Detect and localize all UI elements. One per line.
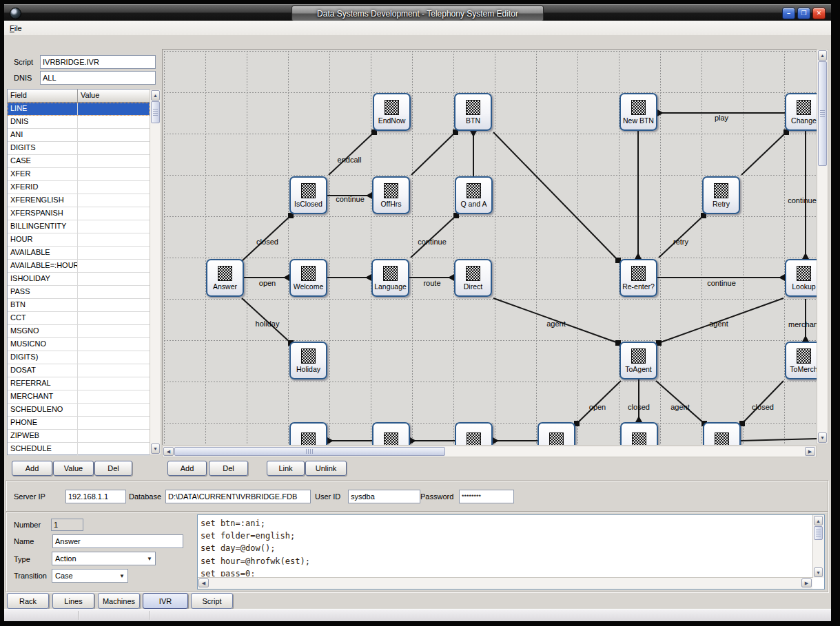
value-cell[interactable] — [78, 377, 150, 390]
flow-node[interactable]: Change — [785, 93, 817, 131]
value-cell[interactable] — [78, 404, 150, 416]
dnis-input[interactable]: ALL — [40, 71, 156, 85]
minimize-button[interactable]: – — [782, 8, 795, 19]
value-cell[interactable] — [78, 430, 150, 442]
value-cell[interactable] — [78, 351, 150, 364]
field-cell[interactable]: MSGNO — [8, 325, 78, 337]
table-row[interactable]: AVAILABLE — [8, 247, 150, 260]
field-table-scrollbar[interactable]: ▲ ▼ — [150, 89, 161, 455]
field-add-button[interactable]: Add — [12, 461, 52, 476]
table-row[interactable]: BILLINGENTITY — [8, 220, 150, 233]
table-row[interactable]: MUSICNO — [8, 338, 150, 351]
value-cell[interactable] — [78, 142, 150, 154]
value-cell[interactable] — [78, 364, 150, 377]
field-value-button[interactable]: Value — [53, 461, 94, 476]
script-code-box[interactable]: set btn=:ani; set folder=english; set da… — [197, 514, 825, 590]
canvas-horizontal-scrollbar[interactable]: ◀ ▶ — [162, 446, 817, 457]
field-cell[interactable]: XFERENGLISH — [8, 194, 78, 207]
table-row[interactable]: XFERID — [8, 181, 150, 194]
password-input[interactable]: ******** — [459, 490, 514, 503]
table-row[interactable]: REFERRAL — [8, 377, 150, 390]
flow-node[interactable]: Holiday — [289, 342, 327, 379]
type-select[interactable]: Action ▼ — [52, 552, 156, 565]
table-row[interactable]: ISHOLIDAY — [8, 273, 150, 286]
flow-node[interactable]: BTN — [454, 93, 492, 131]
scrollbar-thumb[interactable] — [174, 447, 445, 456]
field-cell[interactable]: PHONE — [8, 417, 78, 429]
value-cell[interactable] — [78, 220, 150, 233]
value-cell[interactable] — [78, 417, 150, 429]
table-row[interactable]: DOSAT — [8, 364, 150, 377]
scroll-left-icon[interactable]: ◀ — [163, 447, 174, 456]
title-bar[interactable]: Data Systems Development - Telephony Sys… — [4, 4, 831, 21]
scrollbar-thumb[interactable] — [818, 61, 827, 166]
value-cell[interactable] — [78, 443, 150, 455]
tab-script[interactable]: Script — [191, 593, 233, 609]
flow-node[interactable]: Welcome — [289, 259, 327, 297]
field-cell[interactable]: XFERSPANISH — [8, 207, 78, 220]
table-row[interactable]: XFERSPANISH — [8, 207, 150, 220]
field-cell[interactable]: SCHEDULENO — [8, 404, 78, 416]
table-row[interactable]: MERCHANT — [8, 390, 150, 404]
field-cell[interactable]: ZIPWEB — [8, 430, 78, 442]
flow-node[interactable]: ToAgent — [619, 342, 657, 379]
table-row[interactable]: ZIPWEB — [8, 430, 150, 443]
tab-ivr[interactable]: IVR — [143, 593, 188, 609]
table-row[interactable]: BTN — [8, 299, 150, 312]
scroll-right-icon[interactable]: ▶ — [801, 578, 812, 587]
value-cell[interactable] — [78, 129, 150, 141]
field-cell[interactable]: PASS — [8, 286, 78, 298]
table-row[interactable]: MSGNO — [8, 325, 150, 338]
column-header-value[interactable]: Value — [78, 90, 150, 102]
tab-lines[interactable]: Lines — [52, 593, 94, 609]
table-row[interactable]: CASE — [8, 155, 150, 168]
field-cell[interactable]: ANI — [8, 129, 78, 141]
field-cell[interactable]: AVAILABLE — [8, 247, 78, 259]
field-cell[interactable]: ISHOLIDAY — [8, 273, 78, 285]
user-id-input[interactable]: sysdba — [348, 490, 420, 503]
table-row[interactable]: PHONE — [8, 417, 150, 430]
value-cell[interactable] — [78, 207, 150, 220]
script-input[interactable]: IVRBRIDGE.IVR — [40, 55, 156, 69]
value-cell[interactable] — [78, 390, 150, 403]
table-row[interactable]: CCT — [8, 312, 150, 325]
database-input[interactable]: D:\DATA\CURRENT\IVRBRIDGE.FDB — [165, 490, 311, 503]
flow-node[interactable] — [455, 422, 493, 445]
table-row[interactable]: XFERENGLISH — [8, 194, 150, 207]
table-row[interactable]: DIGITS) — [8, 351, 150, 364]
table-row[interactable]: SCHEDULE — [8, 443, 150, 456]
scroll-left-icon[interactable]: ◀ — [198, 578, 209, 587]
code-vertical-scrollbar[interactable]: ▲ ▼ — [812, 515, 824, 578]
flow-node[interactable]: Language — [371, 259, 409, 297]
table-row[interactable]: ANI — [8, 129, 150, 142]
table-row[interactable]: DNIS — [8, 116, 150, 129]
column-header-field[interactable]: Field — [8, 90, 78, 102]
menu-file[interactable]: File — [4, 23, 28, 34]
link-button[interactable]: Link — [267, 461, 305, 476]
value-cell[interactable] — [78, 103, 150, 115]
field-cell[interactable]: DOSAT — [8, 364, 78, 377]
maximize-button[interactable]: ❐ — [797, 8, 810, 19]
tab-machines[interactable]: Machines — [98, 593, 140, 609]
field-cell[interactable]: XFERID — [8, 181, 78, 194]
flow-node[interactable]: Re-enter? — [619, 259, 657, 297]
value-cell[interactable] — [78, 260, 150, 272]
field-cell[interactable]: SCHEDULE — [8, 443, 78, 455]
scroll-down-icon[interactable]: ▼ — [151, 444, 160, 454]
flow-node[interactable]: Q and A — [455, 176, 493, 214]
field-cell[interactable]: AVAILABLE=:HOUR — [8, 260, 78, 272]
value-cell[interactable] — [78, 325, 150, 337]
scroll-right-icon[interactable]: ▶ — [805, 447, 815, 456]
field-cell[interactable]: REFERRAL — [8, 377, 78, 390]
node-del-button[interactable]: Del — [209, 461, 248, 476]
value-cell[interactable] — [78, 312, 150, 324]
table-row[interactable]: AVAILABLE=:HOUR — [8, 260, 150, 273]
field-cell[interactable]: MERCHANT — [8, 390, 78, 403]
field-cell[interactable]: HOUR — [8, 233, 78, 246]
name-input[interactable]: Answer — [52, 534, 183, 548]
field-cell[interactable]: DIGITS) — [8, 351, 78, 364]
scrollbar-thumb[interactable] — [814, 526, 823, 540]
scroll-up-icon[interactable]: ▲ — [151, 90, 160, 101]
unlink-button[interactable]: Unlink — [305, 461, 347, 476]
field-cell[interactable]: MUSICNO — [8, 338, 78, 351]
